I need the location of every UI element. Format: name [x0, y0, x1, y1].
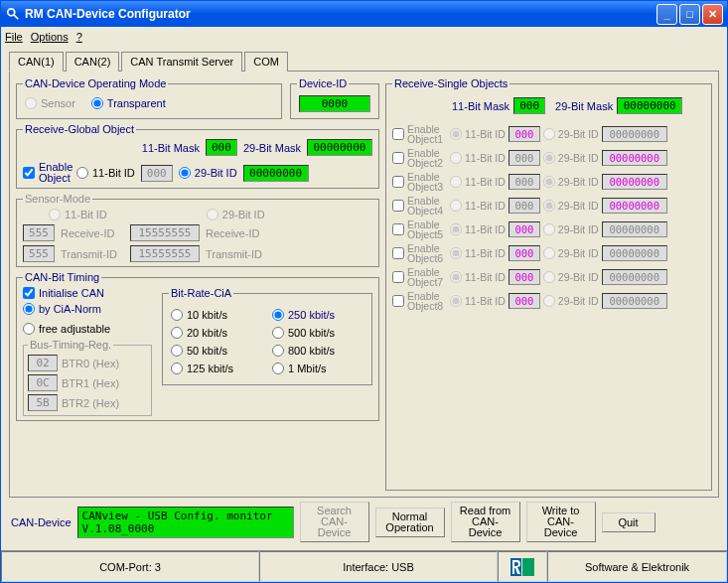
mode-sensor[interactable]: Sensor: [25, 97, 75, 109]
status-interface: Interface: USB: [259, 551, 498, 582]
obj8-11bit-radio[interactable]: [450, 295, 462, 307]
id11-value[interactable]: 000: [141, 165, 173, 182]
init-can[interactable]: Initialise CAN: [23, 287, 152, 299]
id29-value[interactable]: 00000000: [243, 165, 309, 182]
enable-obj3[interactable]: [392, 176, 404, 188]
obj3-11bit-radio[interactable]: [450, 176, 462, 188]
object-row-2: EnableObject211-Bit ID00029-Bit ID000000…: [392, 148, 705, 168]
window-controls: _ □ ✕: [656, 4, 723, 25]
obj4-11bit-value[interactable]: 000: [509, 198, 540, 214]
enable-obj1[interactable]: [392, 128, 404, 140]
obj6-29bit-radio[interactable]: [543, 247, 555, 259]
obj6-11bit-value[interactable]: 000: [509, 245, 540, 261]
free-adjust[interactable]: free adjustable: [23, 323, 152, 335]
rate-1m[interactable]: 1 Mbit/s: [272, 363, 364, 374]
rate-500k[interactable]: 500 kbit/s: [272, 327, 364, 339]
obj8-11bit-value[interactable]: 000: [509, 293, 540, 309]
obj2-11bit-radio[interactable]: [450, 152, 462, 164]
operating-mode-group: CAN-Device Operating Mode Sensor Transpa…: [16, 77, 282, 119]
id29-radio[interactable]: [179, 167, 191, 179]
menu-help[interactable]: ?: [76, 31, 82, 43]
rate-250k[interactable]: 250 kbit/s: [272, 309, 364, 321]
obj4-29bit-radio[interactable]: [543, 200, 555, 212]
obj5-29bit-radio[interactable]: [543, 223, 555, 235]
obj3-29bit-value[interactable]: 00000000: [602, 174, 667, 190]
obj3-11bit-value[interactable]: 000: [509, 174, 540, 190]
enable-obj2[interactable]: [392, 152, 404, 164]
menu-options[interactable]: Options: [31, 31, 69, 43]
normal-button[interactable]: Normal Operation: [375, 508, 445, 537]
write-button[interactable]: Write to CAN-Device: [526, 502, 596, 542]
enable-global[interactable]: Enable Object: [23, 162, 71, 184]
obj2-29bit-radio[interactable]: [543, 152, 555, 164]
obj1-11bit-value[interactable]: 000: [509, 126, 540, 142]
rate-10k[interactable]: 10 kbit/s: [171, 309, 262, 321]
single-mask11[interactable]: 000: [513, 97, 545, 114]
tab-can1[interactable]: CAN(1): [9, 52, 64, 72]
obj5-11bit-radio[interactable]: [450, 223, 462, 235]
mode-transparent-radio[interactable]: [91, 97, 103, 109]
cia-radio[interactable]: [23, 303, 35, 315]
svg-line-1: [14, 15, 18, 19]
rate-50k[interactable]: 50 kbit/s: [171, 345, 262, 357]
rate-800k[interactable]: 800 kbit/s: [272, 345, 364, 357]
id11-radio[interactable]: [76, 167, 88, 179]
titlebar: RM CAN-Device Configurator _ □ ✕: [1, 1, 727, 27]
mode-transparent[interactable]: Transparent: [91, 97, 166, 109]
enable-obj7[interactable]: [392, 271, 404, 283]
tab-com[interactable]: COM: [244, 52, 288, 72]
obj1-29bit-value[interactable]: 00000000: [602, 126, 667, 142]
tab-can2[interactable]: CAN(2): [66, 52, 120, 72]
device-id-group: Device-ID 0000: [290, 77, 379, 119]
search-button[interactable]: Search CAN-Device: [300, 502, 369, 542]
init-can-check[interactable]: [23, 287, 35, 299]
close-button[interactable]: ✕: [702, 4, 723, 25]
single-mask29[interactable]: 00000000: [617, 97, 682, 114]
obj2-11bit-value[interactable]: 000: [509, 150, 540, 166]
obj3-29bit-radio[interactable]: [543, 176, 555, 188]
obj1-11bit-radio[interactable]: [450, 128, 462, 140]
single-objects-legend: Receive-Single Objects: [392, 77, 510, 89]
obj7-29bit-value[interactable]: 00000000: [602, 269, 667, 285]
id11-option[interactable]: 11-Bit ID: [76, 167, 135, 179]
can-device-label: CAN-Device: [11, 516, 72, 528]
enable-obj6[interactable]: [392, 247, 404, 259]
rate-125k[interactable]: 125 kbit/s: [171, 363, 262, 374]
obj6-11bit-radio[interactable]: [450, 247, 462, 259]
obj7-11bit-radio[interactable]: [450, 271, 462, 283]
obj4-29bit-value[interactable]: 00000000: [602, 198, 667, 214]
btr0: 02: [28, 355, 58, 371]
obj8-29bit-radio[interactable]: [543, 295, 555, 307]
read-button[interactable]: Read from CAN-Device: [451, 502, 520, 542]
menu-file[interactable]: File: [5, 31, 23, 43]
enable-global-check[interactable]: [23, 167, 35, 179]
obj1-29bit-radio[interactable]: [543, 128, 555, 140]
id29-option[interactable]: 29-Bit ID: [179, 167, 237, 179]
device-id-value[interactable]: 0000: [299, 95, 370, 112]
obj5-29bit-value[interactable]: 00000000: [602, 221, 667, 237]
obj2-29bit-value[interactable]: 00000000: [602, 150, 667, 166]
cia-norm[interactable]: by CiA-Norm: [23, 303, 152, 315]
mode-sensor-radio[interactable]: [25, 97, 37, 109]
enable-obj4[interactable]: [392, 200, 404, 212]
mask29-value[interactable]: 00000000: [307, 139, 372, 156]
maximize-button[interactable]: □: [679, 4, 700, 25]
tab-transmit[interactable]: CAN Transmit Server: [121, 52, 242, 72]
obj5-11bit-value[interactable]: 000: [509, 221, 540, 237]
mask11-value[interactable]: 000: [206, 139, 237, 156]
rate-20k[interactable]: 20 kbit/s: [171, 327, 262, 339]
quit-button[interactable]: Quit: [602, 512, 655, 532]
enable-obj8[interactable]: [392, 295, 404, 307]
obj7-29bit-radio[interactable]: [543, 271, 555, 283]
obj4-11bit-radio[interactable]: [450, 200, 462, 212]
tab-panel: CAN-Device Operating Mode Sensor Transpa…: [9, 72, 719, 498]
obj7-11bit-value[interactable]: 000: [509, 269, 540, 285]
obj8-29bit-value[interactable]: 00000000: [602, 293, 667, 309]
obj6-29bit-value[interactable]: 00000000: [602, 245, 667, 261]
enable-obj5[interactable]: [392, 223, 404, 235]
sensor-recv11: 555: [23, 224, 55, 241]
free-radio[interactable]: [23, 323, 35, 335]
object-row-4: EnableObject411-Bit ID00029-Bit ID000000…: [392, 196, 705, 216]
status-brand: Software & Elektronik: [547, 551, 727, 582]
minimize-button[interactable]: _: [656, 4, 677, 25]
